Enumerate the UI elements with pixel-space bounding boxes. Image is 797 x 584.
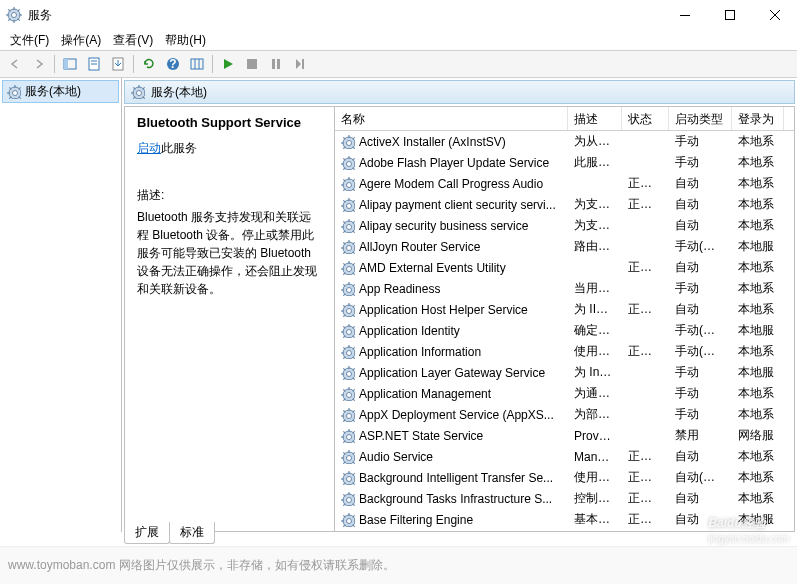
row-name: Application Information bbox=[359, 345, 481, 359]
svg-text:?: ? bbox=[169, 57, 176, 71]
maximize-button[interactable] bbox=[707, 0, 752, 30]
start-service-button[interactable] bbox=[217, 53, 239, 75]
properties-button[interactable] bbox=[83, 53, 105, 75]
row-logon: 本地系 bbox=[732, 343, 784, 360]
row-desc: 为通… bbox=[568, 385, 622, 402]
service-row[interactable]: Alipay security business service为支…自动本地系 bbox=[335, 215, 794, 236]
menu-action[interactable]: 操作(A) bbox=[55, 30, 107, 51]
footer-notice: www.toymoban.com 网络图片仅供展示，非存储，如有侵权请联系删除。 bbox=[0, 546, 797, 584]
row-name: ASP.NET State Service bbox=[359, 429, 483, 443]
watermark-main: Baidu经验 bbox=[708, 516, 765, 530]
service-row[interactable]: Application Management为通…手动本地系 bbox=[335, 383, 794, 404]
row-desc: 为从… bbox=[568, 133, 622, 150]
row-status: 正在… bbox=[622, 259, 669, 276]
row-startup: 手动 bbox=[669, 385, 732, 402]
service-row[interactable]: Agere Modem Call Progress Audio正在…自动本地系 bbox=[335, 173, 794, 194]
service-row[interactable]: AllJoyn Router Service路由…手动(触发…本地服 bbox=[335, 236, 794, 257]
forward-button[interactable] bbox=[28, 53, 50, 75]
row-name: Background Tasks Infrastructure S... bbox=[359, 492, 552, 506]
row-status: 正在… bbox=[622, 196, 669, 213]
row-desc: 使用… bbox=[568, 343, 622, 360]
footer-text: www.toymoban.com 网络图片仅供展示，非存储，如有侵权请联系删除。 bbox=[8, 557, 395, 574]
service-icon bbox=[341, 135, 355, 149]
service-row[interactable]: Application Host Helper Service为 II…正在…自… bbox=[335, 299, 794, 320]
row-desc: 路由… bbox=[568, 238, 622, 255]
service-icon bbox=[341, 366, 355, 380]
row-logon: 本地系 bbox=[732, 280, 784, 297]
row-logon: 本地系 bbox=[732, 154, 784, 171]
tab-standard[interactable]: 标准 bbox=[169, 522, 215, 544]
row-desc: 控制… bbox=[568, 490, 622, 507]
columns-button[interactable] bbox=[186, 53, 208, 75]
toolbar-separator bbox=[54, 55, 55, 73]
row-desc: 确定… bbox=[568, 322, 622, 339]
row-logon: 本地系 bbox=[732, 448, 784, 465]
svg-rect-28 bbox=[302, 59, 304, 69]
service-row[interactable]: ActiveX Installer (AxInstSV)为从…手动本地系 bbox=[335, 131, 794, 152]
service-row[interactable]: App Readiness当用…手动本地系 bbox=[335, 278, 794, 299]
panel-header: 服务(本地) bbox=[124, 80, 795, 104]
row-desc: Prov… bbox=[568, 429, 622, 443]
column-status[interactable]: 状态 bbox=[622, 107, 669, 130]
restart-service-button[interactable] bbox=[289, 53, 311, 75]
start-suffix: 此服务 bbox=[161, 141, 197, 155]
tab-extended[interactable]: 扩展 bbox=[124, 522, 170, 544]
row-startup: 手动 bbox=[669, 154, 732, 171]
row-startup: 自动 bbox=[669, 490, 732, 507]
start-service-link[interactable]: 启动 bbox=[137, 141, 161, 155]
service-icon bbox=[341, 513, 355, 527]
row-name: App Readiness bbox=[359, 282, 440, 296]
service-icon bbox=[341, 240, 355, 254]
service-row[interactable]: Background Intelligent Transfer Se...使用…… bbox=[335, 467, 794, 488]
row-name: Adobe Flash Player Update Service bbox=[359, 156, 549, 170]
back-button[interactable] bbox=[4, 53, 26, 75]
export-button[interactable] bbox=[107, 53, 129, 75]
row-startup: 手动 bbox=[669, 280, 732, 297]
menu-view[interactable]: 查看(V) bbox=[107, 30, 159, 51]
row-desc: 当用… bbox=[568, 280, 622, 297]
row-logon: 本地系 bbox=[732, 406, 784, 423]
pause-service-button[interactable] bbox=[265, 53, 287, 75]
tree-services-local[interactable]: 服务(本地) bbox=[2, 80, 119, 103]
service-row[interactable]: Adobe Flash Player Update Service此服…手动本地… bbox=[335, 152, 794, 173]
row-startup: 自动 bbox=[669, 196, 732, 213]
stop-service-button[interactable] bbox=[241, 53, 263, 75]
window-title: 服务 bbox=[28, 7, 52, 24]
row-startup: 自动 bbox=[669, 301, 732, 318]
service-icon bbox=[341, 408, 355, 422]
row-name: Application Layer Gateway Service bbox=[359, 366, 545, 380]
column-name[interactable]: 名称 bbox=[335, 107, 568, 130]
column-logon[interactable]: 登录为 bbox=[732, 107, 784, 130]
service-row[interactable]: Background Tasks Infrastructure S...控制…正… bbox=[335, 488, 794, 509]
service-row[interactable]: Audio ServiceMan…正在…自动本地系 bbox=[335, 446, 794, 467]
column-description[interactable]: 描述 bbox=[568, 107, 622, 130]
service-icon bbox=[341, 471, 355, 485]
menu-help[interactable]: 帮助(H) bbox=[159, 30, 212, 51]
toolbar-separator bbox=[133, 55, 134, 73]
row-startup: 手动 bbox=[669, 133, 732, 150]
row-logon: 本地系 bbox=[732, 259, 784, 276]
menu-file[interactable]: 文件(F) bbox=[4, 30, 55, 51]
service-row[interactable]: Alipay payment client security servi...为… bbox=[335, 194, 794, 215]
close-button[interactable] bbox=[752, 0, 797, 30]
help-button[interactable]: ? bbox=[162, 53, 184, 75]
row-desc: 为支… bbox=[568, 196, 622, 213]
minimize-button[interactable] bbox=[662, 0, 707, 30]
service-row[interactable]: Application Identity确定…手动(触发…本地服 bbox=[335, 320, 794, 341]
service-row[interactable]: ASP.NET State ServiceProv…禁用网络服 bbox=[335, 425, 794, 446]
show-hide-console-button[interactable] bbox=[59, 53, 81, 75]
column-startup[interactable]: 启动类型 bbox=[669, 107, 732, 130]
tree-item-label: 服务(本地) bbox=[25, 83, 81, 100]
row-logon: 本地服 bbox=[732, 238, 784, 255]
row-name: Application Host Helper Service bbox=[359, 303, 528, 317]
row-startup: 手动(触发… bbox=[669, 343, 732, 360]
row-desc: 为 In… bbox=[568, 364, 622, 381]
refresh-button[interactable] bbox=[138, 53, 160, 75]
service-row[interactable]: Application Information使用…正在…手动(触发…本地系 bbox=[335, 341, 794, 362]
service-row[interactable]: AppX Deployment Service (AppXS...为部…手动本地… bbox=[335, 404, 794, 425]
service-row[interactable]: AMD External Events Utility正在…自动本地系 bbox=[335, 257, 794, 278]
row-logon: 本地系 bbox=[732, 133, 784, 150]
detail-pane: Bluetooth Support Service 启动此服务 描述: Blue… bbox=[125, 107, 335, 531]
row-logon: 本地系 bbox=[732, 385, 784, 402]
service-row[interactable]: Application Layer Gateway Service为 In…手动… bbox=[335, 362, 794, 383]
